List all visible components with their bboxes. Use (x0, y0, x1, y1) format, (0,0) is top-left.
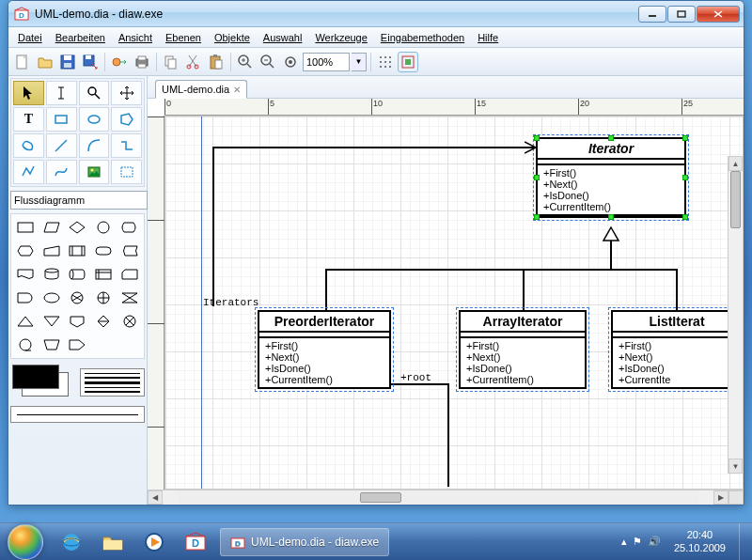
flowchart-preparation[interactable] (13, 240, 39, 262)
flowchart-process[interactable] (13, 216, 39, 239)
tray-show-hidden-icon[interactable]: ▴ (621, 536, 627, 548)
menu-werkzeuge[interactable]: Werkzeuge (309, 30, 372, 45)
flowchart-card[interactable] (117, 263, 142, 286)
flowchart-collate[interactable] (117, 287, 142, 309)
flowchart-magnetic-disk[interactable] (39, 263, 65, 286)
menu-objekte[interactable]: Objekte (209, 30, 256, 45)
pointer-tool[interactable] (13, 81, 44, 105)
line-pattern-swatch[interactable] (80, 368, 145, 397)
paste-icon[interactable] (206, 52, 227, 72)
flowchart-document[interactable] (13, 263, 39, 286)
menu-auswahl[interactable]: Auswahl (258, 30, 308, 45)
horizontal-scrollbar[interactable]: ◀ ▶ (148, 490, 744, 505)
flowchart-or[interactable] (91, 287, 117, 309)
save-icon[interactable] (57, 52, 78, 72)
flowchart-ellipse2[interactable] (39, 287, 65, 309)
box-tool[interactable] (46, 107, 77, 132)
menu-hilfe[interactable]: Hilfe (472, 30, 504, 45)
flowchart-offpage[interactable] (65, 310, 90, 333)
bezier-tool[interactable] (46, 160, 77, 184)
text-tool[interactable]: T (13, 107, 44, 132)
tray-volume-icon[interactable]: 🔊 (648, 536, 661, 548)
start-button[interactable] (0, 523, 51, 561)
flowchart-internal-storage[interactable] (91, 263, 117, 286)
copy-icon[interactable] (161, 52, 181, 72)
zoom-in-icon[interactable] (235, 52, 256, 72)
zoom-tool[interactable] (79, 81, 110, 105)
flowchart-sum[interactable] (65, 287, 90, 309)
taskbar-explorer-icon[interactable] (94, 528, 132, 556)
polygon-tool[interactable] (111, 107, 142, 132)
uml-class-iterator[interactable]: Iterator +First() +Next() +IsDone() +Cur… (536, 137, 686, 218)
uml-class-preorder[interactable]: PreorderIterator +First() +Next() +IsDon… (258, 310, 391, 389)
snap-object-icon[interactable] (398, 52, 418, 72)
flowchart-terminal[interactable] (91, 240, 117, 262)
save-as-icon[interactable] (80, 52, 101, 72)
label-iterators[interactable]: Iterators (203, 297, 258, 308)
flowchart-sort[interactable] (91, 310, 117, 333)
flowchart-connector[interactable] (91, 216, 117, 239)
taskbar-mediaplayer-icon[interactable] (135, 528, 173, 556)
beziergon-tool[interactable] (13, 133, 44, 158)
shape-category-select[interactable] (10, 191, 148, 210)
text-edit-tool[interactable] (46, 81, 77, 105)
outline-tool[interactable] (111, 160, 142, 184)
drawing-canvas[interactable]: Iterator +First() +Next() +IsDone() +Cur… (164, 116, 744, 490)
menu-bearbeiten[interactable]: Bearbeiten (50, 30, 111, 45)
flowchart-decision[interactable] (65, 216, 90, 239)
menu-datei[interactable]: Datei (12, 30, 48, 45)
close-button[interactable] (697, 6, 740, 23)
flowchart-manual-input[interactable] (39, 240, 65, 262)
menu-eingabemethoden[interactable]: Eingabemethoden (375, 30, 470, 45)
open-file-icon[interactable] (35, 52, 55, 72)
label-root[interactable]: +root (400, 372, 431, 383)
flowchart-stored-data[interactable] (117, 240, 142, 262)
flowchart-direct-data[interactable] (65, 263, 90, 286)
cut-icon[interactable] (183, 52, 204, 72)
flowchart-delay[interactable] (13, 287, 39, 309)
uml-class-array[interactable]: ArrayIterator +First() +Next() +IsDone()… (459, 310, 587, 389)
flowchart-transmittal[interactable] (65, 334, 90, 356)
color-swatch[interactable] (10, 363, 76, 402)
arc-tool[interactable] (79, 133, 110, 158)
zoom-fit-icon[interactable] (280, 52, 301, 72)
zoom-out-icon[interactable] (258, 52, 278, 72)
tray-clock[interactable]: 20:40 25.10.2009 (666, 529, 733, 553)
snap-grid-icon[interactable] (375, 52, 396, 72)
taskbar-dia-icon[interactable]: D (177, 528, 214, 556)
scroll-tool[interactable] (111, 81, 142, 105)
menu-ansicht[interactable]: Ansicht (113, 30, 158, 45)
flowchart-predefined[interactable] (65, 240, 90, 262)
zigzag-tool[interactable] (111, 133, 142, 158)
menu-ebenen[interactable]: Ebenen (160, 30, 207, 45)
flowchart-summing[interactable] (117, 310, 142, 333)
tray-flag-icon[interactable]: ⚑ (633, 536, 642, 548)
minimize-button[interactable] (638, 6, 666, 23)
vertical-scrollbar[interactable]: ▲ ▼ (728, 156, 743, 474)
ellipse-tool[interactable] (79, 107, 110, 132)
polyline-tool[interactable] (13, 160, 44, 184)
uml-class-list[interactable]: ListIterat +First() +Next() +IsDone() +C… (611, 310, 743, 389)
flowchart-display[interactable] (117, 216, 142, 239)
document-tab[interactable]: UML-demo.dia ✕ (155, 80, 247, 99)
flowchart-manual-op[interactable] (39, 334, 65, 356)
line-tool[interactable] (46, 133, 77, 158)
zoom-dropdown[interactable]: ▼ (352, 53, 367, 71)
maximize-button[interactable] (667, 6, 696, 23)
image-tool[interactable] (79, 160, 110, 184)
taskbar-app-button[interactable]: D UML-demo.dia - diaw.exe (220, 528, 389, 556)
svg-point-38 (88, 116, 100, 123)
show-desktop-button[interactable] (739, 523, 748, 561)
zoom-input[interactable] (303, 53, 350, 71)
flowchart-tape[interactable] (13, 334, 39, 356)
flowchart-merge[interactable] (39, 310, 65, 333)
flowchart-extract[interactable] (13, 310, 39, 333)
tab-close-icon[interactable]: ✕ (233, 85, 241, 95)
titlebar[interactable]: D UML-demo.dia - diaw.exe (8, 1, 744, 27)
taskbar-ie-icon[interactable] (53, 528, 90, 556)
line-style-swatch[interactable] (10, 406, 145, 423)
print-icon[interactable] (132, 52, 152, 72)
new-file-icon[interactable] (12, 52, 33, 72)
flowchart-io[interactable] (39, 216, 65, 239)
export-icon[interactable] (109, 52, 130, 72)
